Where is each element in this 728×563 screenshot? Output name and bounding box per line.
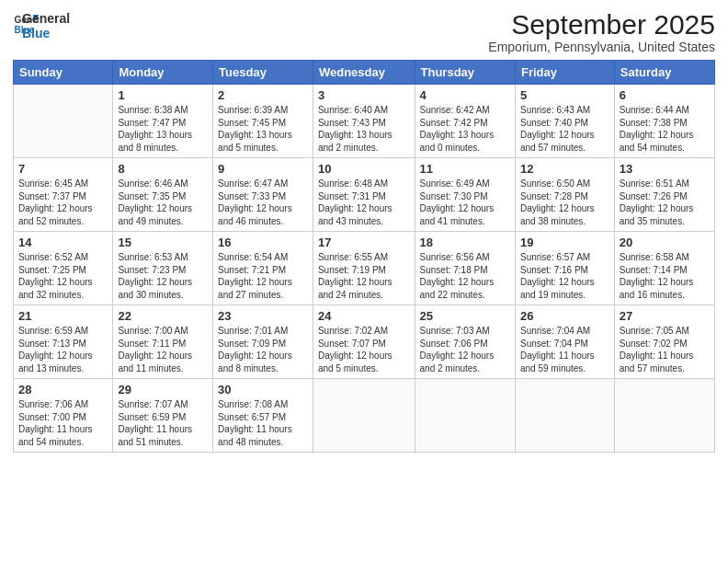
day-number: 15 — [118, 236, 208, 249]
col-header-saturday: Saturday — [614, 61, 714, 85]
cal-cell: 19Sunrise: 6:57 AM Sunset: 7:16 PM Dayli… — [515, 232, 614, 305]
cal-cell: 22Sunrise: 7:00 AM Sunset: 7:11 PM Dayli… — [113, 305, 213, 379]
day-number: 25 — [420, 309, 510, 323]
day-info: Sunrise: 6:48 AM Sunset: 7:31 PM Dayligh… — [318, 178, 410, 227]
col-header-thursday: Thursday — [415, 61, 515, 85]
cal-cell: 1Sunrise: 6:38 AM Sunset: 7:47 PM Daylig… — [113, 85, 213, 158]
cal-cell: 14Sunrise: 6:52 AM Sunset: 7:25 PM Dayli… — [14, 232, 113, 305]
cal-cell: 26Sunrise: 7:04 AM Sunset: 7:04 PM Dayli… — [515, 305, 614, 379]
day-number: 16 — [218, 236, 308, 249]
cal-cell: 23Sunrise: 7:01 AM Sunset: 7:09 PM Dayli… — [213, 305, 313, 379]
cal-cell: 5Sunrise: 6:43 AM Sunset: 7:40 PM Daylig… — [515, 85, 614, 158]
day-info: Sunrise: 6:45 AM Sunset: 7:37 PM Dayligh… — [18, 178, 108, 227]
day-number: 27 — [620, 309, 710, 323]
day-info: Sunrise: 7:06 AM Sunset: 7:00 PM Dayligh… — [18, 398, 108, 448]
cal-cell: 24Sunrise: 7:02 AM Sunset: 7:07 PM Dayli… — [313, 305, 415, 379]
day-number: 13 — [620, 162, 710, 176]
day-number: 1 — [118, 88, 208, 102]
day-info: Sunrise: 7:00 AM Sunset: 7:11 PM Dayligh… — [118, 325, 208, 374]
cal-cell: 29Sunrise: 7:07 AM Sunset: 6:59 PM Dayli… — [113, 379, 213, 453]
page: General Blue General Blue September 2025… — [0, 0, 728, 563]
day-info: Sunrise: 6:38 AM Sunset: 7:47 PM Dayligh… — [118, 104, 208, 154]
cal-cell: 21Sunrise: 6:59 AM Sunset: 7:13 PM Dayli… — [14, 305, 113, 379]
cal-cell: 20Sunrise: 6:58 AM Sunset: 7:14 PM Dayli… — [614, 232, 714, 305]
cal-cell: 18Sunrise: 6:56 AM Sunset: 7:18 PM Dayli… — [415, 232, 515, 305]
cal-cell: 15Sunrise: 6:53 AM Sunset: 7:23 PM Dayli… — [113, 232, 213, 305]
day-number: 24 — [318, 309, 410, 323]
day-number: 12 — [520, 162, 609, 176]
col-header-tuesday: Tuesday — [213, 61, 313, 85]
cal-cell: 2Sunrise: 6:39 AM Sunset: 7:45 PM Daylig… — [213, 85, 313, 158]
day-info: Sunrise: 6:58 AM Sunset: 7:14 PM Dayligh… — [620, 251, 710, 301]
day-info: Sunrise: 6:47 AM Sunset: 7:33 PM Dayligh… — [218, 178, 308, 227]
day-number: 5 — [520, 88, 609, 102]
logo-line2: Blue — [22, 26, 70, 40]
cal-cell — [614, 379, 714, 453]
day-info: Sunrise: 6:56 AM Sunset: 7:18 PM Dayligh… — [420, 251, 510, 301]
cal-cell: 3Sunrise: 6:40 AM Sunset: 7:43 PM Daylig… — [313, 85, 415, 158]
col-header-monday: Monday — [113, 61, 213, 85]
col-header-wednesday: Wednesday — [313, 61, 415, 85]
logo: General Blue General Blue — [13, 9, 70, 40]
month-title: September 2025 — [488, 9, 715, 40]
day-info: Sunrise: 7:08 AM Sunset: 6:57 PM Dayligh… — [218, 398, 308, 448]
col-header-sunday: Sunday — [14, 61, 113, 85]
day-info: Sunrise: 7:07 AM Sunset: 6:59 PM Dayligh… — [118, 398, 208, 448]
day-number: 22 — [118, 309, 208, 323]
location: Emporium, Pennsylvania, United States — [488, 40, 715, 54]
cal-cell: 6Sunrise: 6:44 AM Sunset: 7:38 PM Daylig… — [614, 85, 714, 158]
day-number: 4 — [420, 88, 510, 102]
cal-cell — [515, 379, 614, 453]
day-number: 26 — [520, 309, 609, 323]
cal-cell: 12Sunrise: 6:50 AM Sunset: 7:28 PM Dayli… — [515, 158, 614, 232]
day-number: 19 — [520, 236, 609, 249]
day-number: 8 — [118, 162, 208, 176]
day-number: 2 — [218, 88, 308, 102]
day-number: 11 — [420, 162, 510, 176]
day-info: Sunrise: 6:44 AM Sunset: 7:38 PM Dayligh… — [620, 104, 710, 154]
day-info: Sunrise: 6:59 AM Sunset: 7:13 PM Dayligh… — [18, 325, 108, 374]
cal-cell: 11Sunrise: 6:49 AM Sunset: 7:30 PM Dayli… — [415, 158, 515, 232]
cal-cell — [14, 85, 113, 158]
cal-cell: 28Sunrise: 7:06 AM Sunset: 7:00 PM Dayli… — [14, 379, 113, 453]
day-number: 17 — [318, 236, 410, 249]
day-number: 29 — [118, 383, 208, 396]
day-info: Sunrise: 7:04 AM Sunset: 7:04 PM Dayligh… — [520, 325, 609, 374]
day-number: 7 — [18, 162, 108, 176]
day-number: 23 — [218, 309, 308, 323]
day-info: Sunrise: 6:57 AM Sunset: 7:16 PM Dayligh… — [520, 251, 609, 301]
cal-cell: 8Sunrise: 6:46 AM Sunset: 7:35 PM Daylig… — [113, 158, 213, 232]
day-info: Sunrise: 6:53 AM Sunset: 7:23 PM Dayligh… — [118, 251, 208, 301]
day-number: 9 — [218, 162, 308, 176]
cal-cell: 10Sunrise: 6:48 AM Sunset: 7:31 PM Dayli… — [313, 158, 415, 232]
day-info: Sunrise: 6:52 AM Sunset: 7:25 PM Dayligh… — [18, 251, 108, 301]
day-info: Sunrise: 6:39 AM Sunset: 7:45 PM Dayligh… — [218, 104, 308, 154]
header: General Blue General Blue September 2025… — [13, 9, 715, 54]
cal-cell: 16Sunrise: 6:54 AM Sunset: 7:21 PM Dayli… — [213, 232, 313, 305]
day-info: Sunrise: 6:42 AM Sunset: 7:42 PM Dayligh… — [420, 104, 510, 154]
cal-cell: 9Sunrise: 6:47 AM Sunset: 7:33 PM Daylig… — [213, 158, 313, 232]
day-number: 14 — [18, 236, 108, 249]
cal-cell: 13Sunrise: 6:51 AM Sunset: 7:26 PM Dayli… — [614, 158, 714, 232]
day-number: 6 — [620, 88, 710, 102]
cal-cell — [415, 379, 515, 453]
cal-cell: 7Sunrise: 6:45 AM Sunset: 7:37 PM Daylig… — [14, 158, 113, 232]
day-info: Sunrise: 6:51 AM Sunset: 7:26 PM Dayligh… — [620, 178, 710, 227]
day-number: 28 — [18, 383, 108, 396]
day-info: Sunrise: 7:03 AM Sunset: 7:06 PM Dayligh… — [420, 325, 510, 374]
day-info: Sunrise: 7:01 AM Sunset: 7:09 PM Dayligh… — [218, 325, 308, 374]
cal-cell: 30Sunrise: 7:08 AM Sunset: 6:57 PM Dayli… — [213, 379, 313, 453]
day-number: 3 — [318, 88, 410, 102]
logo-line1: General — [22, 11, 70, 26]
day-info: Sunrise: 7:05 AM Sunset: 7:02 PM Dayligh… — [620, 325, 710, 374]
day-info: Sunrise: 6:54 AM Sunset: 7:21 PM Dayligh… — [218, 251, 308, 301]
col-header-friday: Friday — [515, 61, 614, 85]
day-info: Sunrise: 6:40 AM Sunset: 7:43 PM Dayligh… — [318, 104, 410, 154]
day-number: 20 — [620, 236, 710, 249]
calendar: SundayMondayTuesdayWednesdayThursdayFrid… — [13, 60, 715, 453]
cal-cell: 17Sunrise: 6:55 AM Sunset: 7:19 PM Dayli… — [313, 232, 415, 305]
title-block: September 2025 Emporium, Pennsylvania, U… — [488, 9, 715, 54]
cal-cell — [313, 379, 415, 453]
day-info: Sunrise: 6:49 AM Sunset: 7:30 PM Dayligh… — [420, 178, 510, 227]
day-number: 10 — [318, 162, 410, 176]
